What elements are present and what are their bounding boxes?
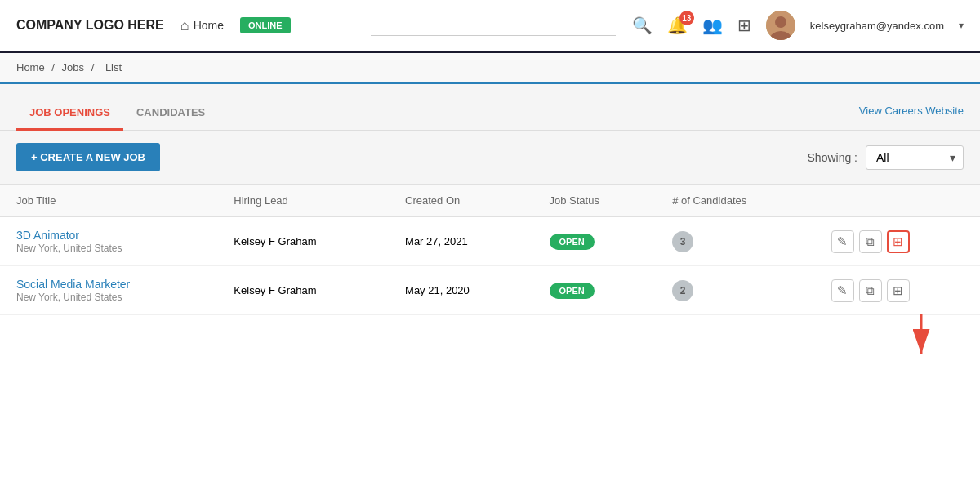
breadcrumb-sep-2: / <box>91 61 97 74</box>
job-title-cell: 3D Animator New York, United States <box>0 217 217 266</box>
copy-icon[interactable]: ⧉ <box>859 230 882 253</box>
action-icons-cell: ✎ ⧉ ⊞ <box>815 266 980 315</box>
action-icons: ✎ ⧉ ⊞ <box>831 279 964 302</box>
main-content: JOB OPENINGS CANDIDATES View Careers Web… <box>0 84 980 315</box>
red-arrow-indicator <box>905 314 938 363</box>
hiring-lead-cell: Kelsey F Graham <box>217 217 389 266</box>
home-label: Home <box>194 19 224 32</box>
candidate-count: 2 <box>672 280 693 301</box>
status-badge: OPEN <box>550 283 595 299</box>
notification-icon[interactable]: 🔔 13 <box>667 16 688 35</box>
top-navigation: COMPANY LOGO HERE ⌂ Home ONLINE 🔍 🔔 13 👥… <box>0 0 980 53</box>
toolbar: + CREATE A NEW JOB Showing : All Open Cl… <box>0 131 980 184</box>
online-badge: ONLINE <box>240 17 291 33</box>
grid-icon[interactable]: ⊞ <box>737 16 751 35</box>
job-status-cell: OPEN <box>533 266 657 315</box>
created-on-cell: Mar 27, 2021 <box>389 217 532 266</box>
tabs-row: JOB OPENINGS CANDIDATES View Careers Web… <box>0 84 980 131</box>
col-job-title: Job Title <box>0 185 217 217</box>
action-icons: ✎ ⧉ ⊞ <box>831 230 964 253</box>
col-candidates: # of Candidates <box>656 185 815 217</box>
candidates-cell: 3 <box>656 217 815 266</box>
grid-view-icon[interactable]: ⊞ <box>887 230 910 253</box>
col-created-on: Created On <box>389 185 532 217</box>
hiring-lead-cell: Kelsey F Graham <box>217 266 389 315</box>
job-location: New York, United States <box>16 243 122 254</box>
edit-icon[interactable]: ✎ <box>831 279 854 302</box>
table-row: Social Media Marketer New York, United S… <box>0 266 980 315</box>
breadcrumb-sep-1: / <box>51 61 57 74</box>
job-title-cell: Social Media Marketer New York, United S… <box>0 266 217 315</box>
home-icon: ⌂ <box>180 17 189 34</box>
table-header-row: Job Title Hiring Lead Created On Job Sta… <box>0 185 980 217</box>
jobs-table-wrapper: Job Title Hiring Lead Created On Job Sta… <box>0 184 980 315</box>
breadcrumb-jobs[interactable]: Jobs <box>62 61 84 74</box>
user-email: kelseygraham@yandex.com <box>810 20 944 32</box>
candidate-count: 3 <box>672 231 693 252</box>
status-badge: OPEN <box>550 234 595 250</box>
tab-candidates[interactable]: CANDIDATES <box>123 96 218 131</box>
col-hiring-lead: Hiring Lead <box>217 185 389 217</box>
job-location: New York, United States <box>16 292 122 303</box>
col-job-status: Job Status <box>533 185 657 217</box>
action-icons-cell: ✎ ⧉ ⊞ <box>815 217 980 266</box>
view-careers-link[interactable]: View Careers Website <box>859 105 964 117</box>
showing-select-wrapper: All Open Closed <box>866 145 964 170</box>
search-icon[interactable]: 🔍 <box>632 16 653 35</box>
nav-icons: 🔍 🔔 13 👥 ⊞ kelseygraham@yandex.com ▾ <box>632 11 964 40</box>
showing-row: Showing : All Open Closed <box>808 145 964 170</box>
create-job-button[interactable]: + CREATE A NEW JOB <box>16 143 160 172</box>
job-title-link[interactable]: Social Media Marketer <box>16 278 201 291</box>
breadcrumb: Home / Jobs / List <box>0 53 980 84</box>
showing-label: Showing : <box>808 151 858 164</box>
svg-point-1 <box>775 16 786 28</box>
user-dropdown-arrow[interactable]: ▾ <box>959 20 964 31</box>
breadcrumb-list: List <box>105 61 122 74</box>
search-input[interactable] <box>371 16 616 36</box>
copy-icon[interactable]: ⧉ <box>859 279 882 302</box>
company-logo: COMPANY LOGO HERE <box>16 18 164 33</box>
showing-select[interactable]: All Open Closed <box>866 145 964 170</box>
avatar[interactable] <box>766 11 795 40</box>
col-actions <box>815 185 980 217</box>
job-title-link[interactable]: 3D Animator <box>16 229 201 242</box>
grid-view-icon[interactable]: ⊞ <box>887 279 910 302</box>
notification-badge: 13 <box>679 11 694 25</box>
jobs-table: Job Title Hiring Lead Created On Job Sta… <box>0 184 980 315</box>
breadcrumb-home[interactable]: Home <box>16 61 45 74</box>
table-row: 3D Animator New York, United States Kels… <box>0 217 980 266</box>
tab-job-openings[interactable]: JOB OPENINGS <box>16 96 123 131</box>
edit-icon[interactable]: ✎ <box>831 230 854 253</box>
job-status-cell: OPEN <box>533 217 657 266</box>
people-icon[interactable]: 👥 <box>702 16 723 35</box>
candidates-cell: 2 <box>656 266 815 315</box>
home-nav-link[interactable]: ⌂ Home <box>180 17 224 34</box>
created-on-cell: May 21, 2020 <box>389 266 532 315</box>
search-bar <box>371 16 616 36</box>
